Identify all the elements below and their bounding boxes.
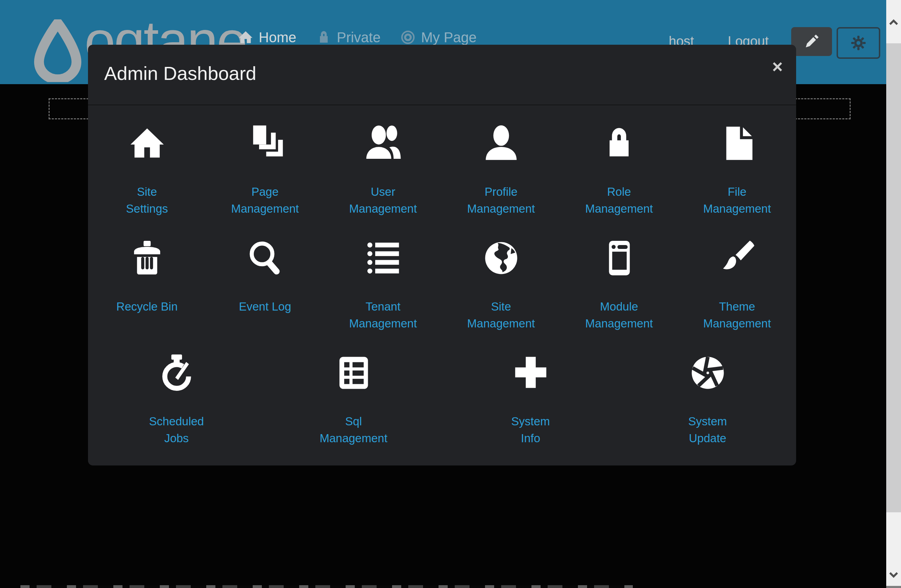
page-settings-button[interactable] xyxy=(837,27,880,59)
modal-header: Admin Dashboard × xyxy=(88,45,796,105)
vertical-scrollbar[interactable] xyxy=(886,0,901,588)
brush-icon xyxy=(678,239,796,278)
plus-icon xyxy=(442,353,619,393)
tile-label-line: Info xyxy=(442,430,619,447)
clipped-bottom-content xyxy=(20,585,633,588)
tile-label-line: Recycle Bin xyxy=(88,298,206,315)
tile-theme-management[interactable]: ThemeManagement xyxy=(678,220,796,332)
tile-label: Event Log xyxy=(206,298,324,315)
aperture-icon xyxy=(619,353,796,393)
globe-icon xyxy=(442,239,560,278)
tile-label-line: User xyxy=(324,183,442,200)
tile-label-line: File xyxy=(678,183,796,200)
tile-label-line: Scheduled xyxy=(88,413,265,430)
nav-item-private[interactable]: Private xyxy=(316,30,381,45)
tile-recycle-bin[interactable]: Recycle Bin xyxy=(88,220,206,332)
edit-mode-button[interactable] xyxy=(791,27,832,56)
tile-label-line: Profile xyxy=(442,183,560,200)
pages-icon xyxy=(206,123,324,163)
tile-label-line: Site xyxy=(88,183,206,200)
scrollbar-thumb[interactable] xyxy=(886,43,901,512)
tile-label: ScheduledJobs xyxy=(88,413,265,447)
scrollbar-down-button[interactable] xyxy=(886,565,901,586)
tile-system-info[interactable]: SystemInfo xyxy=(442,335,619,447)
tile-label-line: Theme xyxy=(678,298,796,315)
tile-event-log[interactable]: Event Log xyxy=(206,220,324,332)
target-icon xyxy=(400,30,416,45)
chevron-up-icon xyxy=(889,17,899,27)
nav-label: Private xyxy=(337,30,381,45)
tile-label-line: Sql xyxy=(265,413,442,430)
tile-row: SiteSettingsPageManagementUserManagement… xyxy=(88,105,796,217)
tile-label-line: Management xyxy=(560,315,678,332)
tile-label-line: Management xyxy=(324,200,442,217)
tile-label-line: Management xyxy=(678,315,796,332)
tile-label: SiteSettings xyxy=(88,183,206,217)
tile-row: Recycle BinEvent LogTenantManagementSite… xyxy=(88,220,796,332)
tile-label-line: System xyxy=(442,413,619,430)
gear-icon xyxy=(849,34,868,52)
pencil-icon xyxy=(803,33,820,50)
tile-label-line: Management xyxy=(206,200,324,217)
lock-icon xyxy=(316,30,332,45)
tile-label-line: Management xyxy=(265,430,442,447)
user-icon xyxy=(442,123,560,163)
tile-label: UserManagement xyxy=(324,183,442,217)
tile-site-management[interactable]: SiteManagement xyxy=(442,220,560,332)
tile-module-management[interactable]: ModuleManagement xyxy=(560,220,678,332)
home-icon xyxy=(238,30,253,45)
tile-label-line: Page xyxy=(206,183,324,200)
tile-label-line: Management xyxy=(324,315,442,332)
close-icon[interactable]: × xyxy=(772,58,783,76)
lock-icon xyxy=(560,123,678,163)
droplet-icon xyxy=(31,19,84,82)
tile-scheduled-jobs[interactable]: ScheduledJobs xyxy=(88,335,265,447)
file-icon xyxy=(678,123,796,163)
nav-item-home[interactable]: Home xyxy=(238,30,296,45)
admin-dashboard-modal: Admin Dashboard × SiteSettingsPageManage… xyxy=(88,45,796,465)
scrollbar-up-button[interactable] xyxy=(886,0,901,43)
tile-label: TenantManagement xyxy=(324,298,442,332)
tile-label: ProfileManagement xyxy=(442,183,560,217)
tile-tenant-management[interactable]: TenantManagement xyxy=(324,220,442,332)
users-icon xyxy=(324,123,442,163)
tile-user-management[interactable]: UserManagement xyxy=(324,105,442,217)
tile-sql-management[interactable]: SqlManagement xyxy=(265,335,442,447)
tile-label-line: Jobs xyxy=(88,430,265,447)
list-icon xyxy=(324,239,442,278)
tile-label: ThemeManagement xyxy=(678,298,796,332)
tile-label-line: Settings xyxy=(88,200,206,217)
scrollbar-bottom-edge xyxy=(886,586,901,588)
tile-label: SystemInfo xyxy=(442,413,619,447)
home-icon xyxy=(88,123,206,163)
timer-icon xyxy=(88,353,265,393)
tile-file-management[interactable]: FileManagement xyxy=(678,105,796,217)
tile-label-line: System xyxy=(619,413,796,430)
chevron-down-icon xyxy=(889,571,899,580)
tile-label-line: Module xyxy=(560,298,678,315)
browser-icon xyxy=(560,239,678,278)
site-logo[interactable]: oqtane xyxy=(31,19,84,82)
nav-item-my-page[interactable]: My Page xyxy=(400,30,477,45)
tile-label: SiteManagement xyxy=(442,298,560,332)
tile-label-line: Management xyxy=(442,200,560,217)
nav-label: My Page xyxy=(421,30,477,45)
tile-system-update[interactable]: SystemUpdate xyxy=(619,335,796,447)
tile-label-line: Tenant xyxy=(324,298,442,315)
tile-label-line: Management xyxy=(442,315,560,332)
screen: oqtane HomePrivateMy Page hostLogout Adm… xyxy=(0,0,901,588)
tile-profile-management[interactable]: ProfileManagement xyxy=(442,105,560,217)
tile-page-management[interactable]: PageManagement xyxy=(206,105,324,217)
modal-title: Admin Dashboard xyxy=(104,62,256,84)
spreadsheet-icon xyxy=(265,353,442,393)
trash-icon xyxy=(88,239,206,278)
tile-label-line: Management xyxy=(678,200,796,217)
tile-label-line: Management xyxy=(560,200,678,217)
tile-role-management[interactable]: RoleManagement xyxy=(560,105,678,217)
nav-label: Home xyxy=(259,30,296,45)
tile-label: Recycle Bin xyxy=(88,298,206,315)
tile-label-line: Site xyxy=(442,298,560,315)
tile-site-settings[interactable]: SiteSettings xyxy=(88,105,206,217)
tile-label: SystemUpdate xyxy=(619,413,796,447)
magnifier-icon xyxy=(206,239,324,278)
